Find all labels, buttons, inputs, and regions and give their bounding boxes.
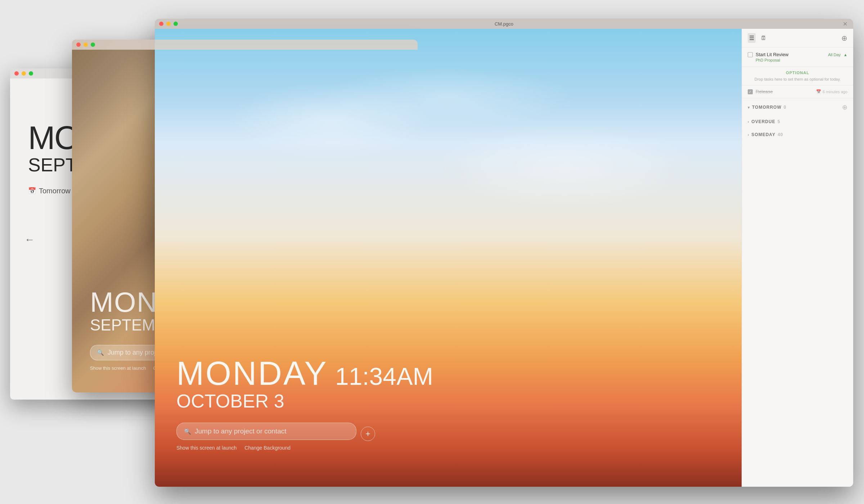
front-search-input[interactable] (195, 427, 349, 435)
front-change-bg-link[interactable]: Change Background (244, 445, 291, 451)
all-day-badge: All Day (828, 53, 841, 57)
front-date-label: OCTOBER 3 (176, 390, 433, 412)
back-arrow-icon[interactable]: ← (24, 234, 35, 246)
tomorrow-section-title[interactable]: ▾ TOMORROW 0 (748, 105, 786, 110)
someday-section-title[interactable]: › SOMEDAY 40 (748, 132, 783, 137)
panel-header-icons: ☰ 🗓 (748, 33, 768, 43)
front-dots (159, 22, 178, 26)
release-task-item: ✓ Release 📅 6 minutes ago (742, 85, 853, 98)
front-day-label: MONDAY (176, 357, 328, 390)
today-task-item: Start Lit Review All Day ▲ PhD Proposal (742, 48, 853, 67)
mid-close-dot[interactable] (76, 42, 81, 47)
front-titlebar: CM.pgco ✕ (155, 19, 853, 29)
today-task-project: PhD Proposal (756, 58, 847, 62)
close-dot[interactable] (14, 71, 19, 76)
mid-titlebar (72, 40, 418, 50)
overdue-count: 5 (778, 119, 780, 124)
today-task-checkbox[interactable] (748, 52, 753, 57)
front-search-icon: 🔍 (184, 428, 191, 435)
time-row: MONDAY 11:34AM (176, 357, 433, 390)
front-minimize-dot[interactable] (166, 22, 171, 26)
tomorrow-section-header: ▾ TOMORROW 0 ⊕ (742, 98, 853, 114)
someday-count: 40 (778, 132, 783, 137)
calendar-small-icon: 📅 (816, 89, 821, 94)
release-task-timestamp: 📅 6 minutes ago (816, 89, 847, 94)
front-show-screen-link[interactable]: Show this screen at launch (176, 445, 237, 451)
mid-minimize-dot[interactable] (84, 42, 88, 47)
maximize-dot[interactable] (29, 71, 33, 76)
front-close-dot[interactable] (159, 22, 163, 26)
tomorrow-add-button[interactable]: ⊕ (842, 103, 847, 111)
calendar-icon: 📅 (28, 187, 36, 195)
overdue-chevron-icon: › (748, 120, 749, 124)
tomorrow-chevron-icon: ▾ (748, 105, 750, 109)
sky-background: MONDAY 11:34AM OCTOBER 3 🔍 + Show this s… (155, 29, 742, 487)
someday-section-header: › SOMEDAY 40 (742, 127, 853, 140)
front-search-row: 🔍 + (176, 423, 433, 445)
mid-search-icon: 🔍 (97, 349, 104, 356)
overdue-section-header: › OVERDUE 5 (742, 114, 853, 127)
list-view-icon[interactable]: ☰ (748, 33, 756, 43)
release-task-checkbox[interactable]: ✓ (748, 89, 753, 94)
all-day-dot-icon: ▲ (843, 53, 847, 57)
sky-content: MONDAY 11:34AM OCTOBER 3 🔍 + Show this s… (176, 357, 433, 451)
mid-show-screen-link[interactable]: Show this screen at launch (90, 365, 146, 371)
front-time-label: 11:34AM (335, 362, 433, 390)
optional-section: OPTIONAL Drop tasks here to set them as … (742, 67, 853, 85)
release-task-name: Release (756, 89, 813, 94)
mid-maximize-dot[interactable] (91, 42, 95, 47)
calendar-view-icon[interactable]: 🗓 (759, 33, 768, 43)
minimize-dot[interactable] (22, 71, 26, 76)
right-panel: ☰ 🗓 ⊕ Start Lit Review All Day ▲ PhD Pro… (742, 29, 853, 487)
tomorrow-count: 0 (784, 105, 787, 110)
optional-label: OPTIONAL (748, 71, 847, 75)
front-maximize-dot[interactable] (174, 22, 178, 26)
front-close-button[interactable]: ✕ (843, 21, 847, 27)
today-task-name: Start Lit Review (756, 52, 825, 57)
panel-header: ☰ 🗓 ⊕ (742, 29, 853, 48)
front-bottom-links: Show this screen at launch Change Backgr… (176, 445, 433, 451)
front-search-bar[interactable]: 🔍 (176, 423, 356, 440)
front-window: CM.pgco ✕ MONDAY 11:34AM OCTOBER 3 🔍 + (155, 19, 853, 487)
optional-hint: Drop tasks here to set them as optional … (748, 77, 847, 81)
overdue-section-title[interactable]: › OVERDUE 5 (748, 119, 780, 124)
panel-add-button[interactable]: ⊕ (841, 34, 847, 42)
someday-chevron-icon: › (748, 133, 749, 137)
front-main-area: MONDAY 11:34AM OCTOBER 3 🔍 + Show this s… (155, 29, 853, 487)
front-window-title: CM.pgco (495, 21, 513, 27)
front-add-button[interactable]: + (361, 427, 375, 441)
today-task-row: Start Lit Review All Day ▲ (748, 52, 847, 57)
